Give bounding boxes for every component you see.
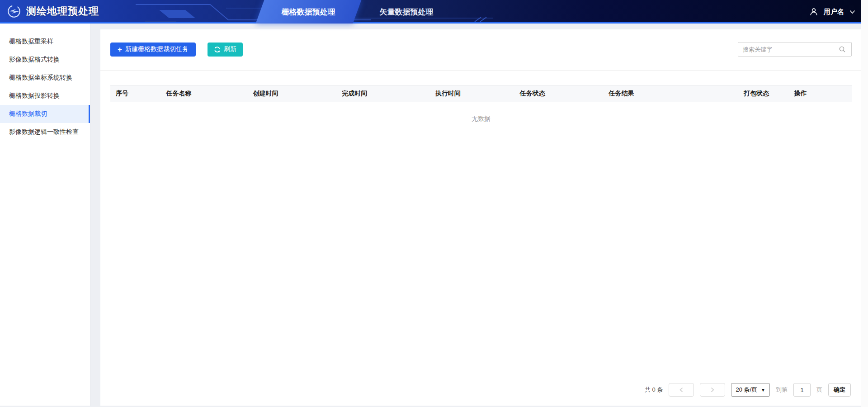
task-table: 序号 任务名称 创建时间 完成时间 执行时间 任务状态 任务结果 打包状态 操作… xyxy=(110,85,852,131)
select-caret-icon: ▼ xyxy=(761,388,765,393)
refresh-icon xyxy=(214,46,221,53)
sidebar: 栅格数据重采样 影像数据格式转换 栅格数据坐标系统转换 栅格数据投影转换 栅格数… xyxy=(0,24,90,406)
column-header-actions: 操作 xyxy=(789,90,852,98)
sidebar-item-format-convert[interactable]: 影像数据格式转换 xyxy=(0,51,90,69)
empty-state-text: 无数据 xyxy=(110,102,852,131)
user-name: 用户名 xyxy=(824,8,844,16)
sidebar-item-logic-consistency-check[interactable]: 影像数据逻辑一致性检查 xyxy=(0,123,90,141)
chevron-down-icon xyxy=(849,10,855,14)
search-input[interactable] xyxy=(738,42,833,57)
plus-icon: + xyxy=(118,46,122,53)
column-header-pack-status: 打包状态 xyxy=(738,90,789,98)
goto-confirm-button[interactable]: 确定 xyxy=(828,383,851,397)
app-title: 测绘地理预处理 xyxy=(26,5,99,18)
refresh-button[interactable]: 刷新 xyxy=(208,43,243,57)
table-header-row: 序号 任务名称 创建时间 完成时间 执行时间 任务状态 任务结果 打包状态 操作 xyxy=(110,85,852,102)
app-header: 测绘地理预处理 栅格数据预处理 矢量数据预处理 用户名 xyxy=(0,0,868,24)
page-size-select[interactable]: 20 条/页 ▼ xyxy=(731,383,770,397)
user-icon xyxy=(809,7,818,16)
sidebar-item-resample[interactable]: 栅格数据重采样 xyxy=(0,33,90,51)
goto-page-input[interactable] xyxy=(793,383,811,397)
user-menu[interactable]: 用户名 xyxy=(809,0,855,24)
total-count-text: 共 0 条 xyxy=(645,386,663,394)
app-logo-icon xyxy=(6,4,22,19)
page-scrollbar[interactable] xyxy=(861,0,868,407)
main-area: + 新建栅格数据裁切任务 刷新 xyxy=(90,24,868,406)
content-panel: + 新建栅格数据裁切任务 刷新 xyxy=(100,29,861,406)
goto-prefix-label: 到第 xyxy=(776,386,788,394)
next-page-button[interactable] xyxy=(700,383,725,397)
column-header-finish-time: 完成时间 xyxy=(336,90,430,98)
column-header-index: 序号 xyxy=(110,90,161,98)
new-clip-task-label: 新建栅格数据裁切任务 xyxy=(125,45,189,53)
toolbar-divider xyxy=(100,70,861,71)
new-clip-task-button[interactable]: + 新建栅格数据裁切任务 xyxy=(110,43,196,57)
search-button[interactable] xyxy=(833,42,852,57)
page-size-label: 20 条/页 xyxy=(736,386,757,394)
tab-vector-preprocess[interactable]: 矢量数据预处理 xyxy=(363,0,449,24)
column-header-task-status: 任务状态 xyxy=(514,90,604,98)
column-header-task-name: 任务名称 xyxy=(161,90,248,98)
tab-label: 栅格数据预处理 xyxy=(282,7,335,17)
toolbar: + 新建栅格数据裁切任务 刷新 xyxy=(100,29,861,70)
sidebar-item-projection-convert[interactable]: 栅格数据投影转换 xyxy=(0,87,90,105)
refresh-label: 刷新 xyxy=(224,45,236,53)
column-header-task-result: 任务结果 xyxy=(604,90,738,98)
prev-page-button[interactable] xyxy=(669,383,694,397)
pagination: 共 0 条 20 条/页 ▼ 到第 页 确定 xyxy=(100,383,861,397)
tab-raster-preprocess[interactable]: 栅格数据预处理 xyxy=(256,0,362,24)
column-header-create-time: 创建时间 xyxy=(247,90,336,98)
goto-suffix-label: 页 xyxy=(816,386,822,394)
column-header-exec-time: 执行时间 xyxy=(430,90,514,98)
search-group xyxy=(738,42,852,57)
sidebar-item-coordinate-convert[interactable]: 栅格数据坐标系统转换 xyxy=(0,69,90,87)
brand: 测绘地理预处理 xyxy=(0,4,99,19)
sidebar-item-raster-clip[interactable]: 栅格数据裁切 xyxy=(0,105,90,123)
chevron-right-icon xyxy=(710,387,715,393)
chevron-left-icon xyxy=(679,387,684,393)
search-icon xyxy=(839,46,846,53)
top-tabs: 栅格数据预处理 矢量数据预处理 xyxy=(260,0,449,24)
tab-label: 矢量数据预处理 xyxy=(380,7,434,17)
